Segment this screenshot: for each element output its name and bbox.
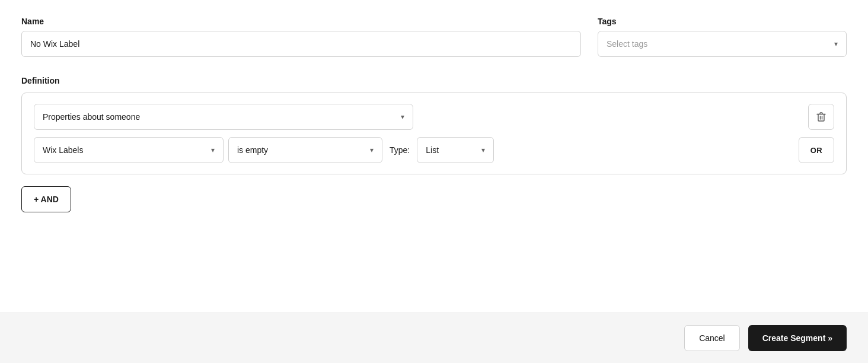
name-label: Name — [21, 17, 581, 26]
definition-section: Definition Properties about someone ▾ — [21, 76, 847, 174]
properties-dropdown[interactable]: Properties about someone ▾ — [34, 104, 413, 130]
page-wrapper: Name Tags Select tags ▾ Definition Prope… — [0, 0, 868, 363]
top-row: Name Tags Select tags ▾ — [21, 17, 847, 57]
is-empty-dropdown[interactable]: is empty ▾ — [228, 137, 382, 163]
list-value: List — [426, 145, 439, 155]
properties-chevron-icon: ▾ — [401, 113, 404, 121]
wix-labels-value: Wix Labels — [43, 145, 83, 155]
definition-row-1: Properties about someone ▾ — [34, 104, 834, 130]
type-label: Type: — [390, 145, 410, 155]
footer: Cancel Create Segment » — [0, 313, 868, 363]
cancel-button[interactable]: Cancel — [684, 325, 740, 351]
tags-field-group: Tags Select tags ▾ — [598, 17, 847, 57]
or-label: OR — [810, 146, 823, 155]
definition-label: Definition — [21, 76, 847, 85]
name-field-group: Name — [21, 17, 581, 57]
and-label: + AND — [34, 195, 59, 204]
is-empty-chevron-icon: ▾ — [370, 146, 374, 154]
tags-label: Tags — [598, 17, 847, 26]
list-dropdown[interactable]: List ▾ — [417, 137, 494, 163]
wix-labels-chevron-icon: ▾ — [211, 146, 215, 154]
name-input[interactable] — [21, 31, 581, 57]
cancel-label: Cancel — [699, 333, 725, 343]
and-button[interactable]: + AND — [21, 186, 71, 212]
definition-row-2: Wix Labels ▾ is empty ▾ Type: List ▾ OR — [34, 137, 834, 163]
list-chevron-icon: ▾ — [481, 146, 485, 154]
tags-select[interactable]: Select tags ▾ — [598, 31, 847, 57]
is-empty-value: is empty — [237, 145, 268, 155]
tags-chevron-icon: ▾ — [834, 40, 838, 48]
main-content: Name Tags Select tags ▾ Definition Prope… — [0, 0, 868, 313]
create-label: Create Segment » — [762, 333, 832, 343]
delete-button[interactable] — [808, 104, 834, 130]
properties-value: Properties about someone — [43, 112, 140, 122]
wix-labels-dropdown[interactable]: Wix Labels ▾ — [34, 137, 224, 163]
or-button[interactable]: OR — [799, 137, 834, 163]
definition-box: Properties about someone ▾ Wix Labels ▾ — [21, 93, 847, 174]
create-segment-button[interactable]: Create Segment » — [748, 325, 847, 351]
trash-icon — [816, 112, 826, 122]
tags-placeholder-text: Select tags — [607, 39, 647, 49]
